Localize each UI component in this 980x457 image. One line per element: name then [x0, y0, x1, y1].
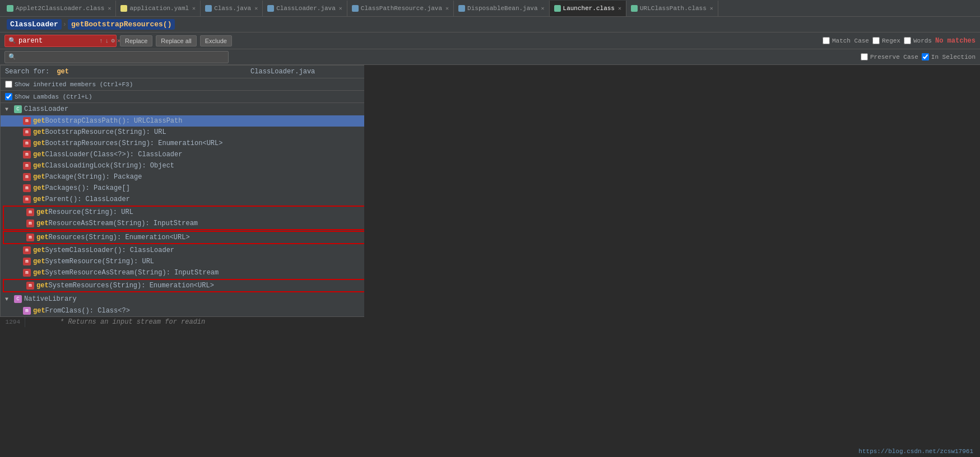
tab-close[interactable]: ✕	[108, 5, 111, 12]
method-icon-m: m	[26, 220, 34, 227]
search-for-value: get	[57, 68, 69, 76]
breadcrumb-class[interactable]: ClassLoader	[7, 19, 62, 30]
tree-method-getBootstrapResource[interactable]: m getBootstrapResource(String): URL	[1, 127, 364, 138]
preserve-case-option[interactable]: Preserve Case	[861, 53, 918, 60]
tab-launcher-class[interactable]: Launcher.class ✕	[550, 1, 626, 16]
url-bar: https://blog.csdn.net/zcsw17961	[858, 448, 973, 455]
words-option[interactable]: Words	[904, 37, 932, 44]
tree-expand-icon: ▼	[5, 296, 12, 302]
method-icon-m-pink: m	[23, 307, 31, 315]
popup-options2: Show Lambdas (Ctrl+L)	[1, 91, 364, 103]
tab-close[interactable]: ✕	[339, 5, 342, 12]
tree-method-getSystemResource[interactable]: m getSystemResource(String): URL	[1, 256, 364, 267]
tree-method-getResourceAsStream[interactable]: m getResourceAsStream(String): InputStre…	[4, 218, 364, 229]
autocomplete-popup: Search for: get ClassLoader.java Show An…	[0, 65, 364, 317]
popup-header: Search for: get ClassLoader.java Show An…	[1, 66, 364, 78]
method-icon-m: m	[26, 282, 34, 290]
search-icon: 🔍	[8, 37, 16, 44]
exclude-button[interactable]: Exclude	[200, 35, 232, 46]
tree-method-getPackages[interactable]: m getPackages(): Package[]	[1, 183, 364, 194]
tree-method-getResources[interactable]: m getResources(String): Enumeration<URL>	[4, 232, 364, 243]
tree-method-getClassLoadingLock[interactable]: m getClassLoadingLock(String): Object	[1, 160, 364, 171]
tab-close[interactable]: ✕	[192, 5, 196, 12]
tree-method-getSystemClassLoader[interactable]: m getSystemClassLoader(): ClassLoader	[1, 245, 364, 256]
replace-all-button[interactable]: Replace all	[156, 35, 196, 46]
tree-method-getResource[interactable]: m getResource(String): URL	[4, 207, 364, 218]
tree-class-nativelibrary[interactable]: ▼ C NativeLibrary	[1, 293, 364, 305]
search-settings-icon[interactable]: ⚙	[111, 37, 115, 44]
tab-close[interactable]: ✕	[541, 5, 545, 12]
table-row: 1294 * Returns an input stream for readi…	[0, 317, 364, 327]
method-icon-m: m	[23, 128, 31, 136]
tab-close[interactable]: ✕	[618, 5, 621, 12]
show-inherited-option[interactable]: Show inherited members (Ctrl+F3)	[5, 81, 133, 88]
search-find-container: 🔍 ↑ ↓ ⚙ ✕	[4, 35, 117, 47]
tab-icon	[352, 5, 359, 12]
tree-method-getFromClass[interactable]: m getFromClass(): Class<?>	[1, 305, 364, 316]
method-icon-m: m	[23, 184, 31, 192]
tree-method-getSystemResources[interactable]: m getSystemResources(String): Enumeratio…	[4, 280, 364, 291]
method-icon-m: m	[23, 139, 31, 147]
search-nav-up[interactable]: ↑	[99, 38, 103, 44]
no-matches-label: No matches	[935, 37, 976, 45]
red-border-group3: m getSystemResources(String): Enumeratio…	[3, 279, 364, 292]
popup-options: Show inherited members (Ctrl+F3) Show An…	[1, 78, 364, 91]
show-lambdas-option[interactable]: Show Lambdas (Ctrl+L)	[5, 93, 92, 100]
in-selection-option[interactable]: In Selection	[922, 53, 976, 60]
method-icon-m: m	[23, 162, 31, 170]
method-icon-m: m	[26, 208, 34, 216]
tree-expand-icon: ▼	[5, 106, 12, 113]
popup-file-label: ClassLoader.java	[250, 68, 315, 76]
tab-close[interactable]: ✕	[445, 5, 449, 12]
method-icon-m: m	[23, 151, 31, 158]
tab-classpathresource[interactable]: ClassPathResource.java ✕	[347, 1, 454, 16]
tab-close[interactable]: ✕	[254, 5, 258, 12]
tab-bar: Applet2ClassLoader.class ✕ application.y…	[0, 0, 980, 17]
tab-disposablebean[interactable]: DisposableBean.java ✕	[454, 1, 549, 16]
tab-icon	[120, 5, 127, 12]
tab-classloader-java[interactable]: ClassLoader.java ✕	[263, 1, 347, 16]
search-replace-container: 🔍	[4, 51, 229, 63]
tab-class-java[interactable]: Class.java ✕	[201, 1, 263, 16]
replace-button[interactable]: Replace	[120, 35, 152, 46]
tab-icon	[267, 5, 274, 12]
editor-right-panel	[364, 65, 980, 457]
tree-method-getBootstrapResources[interactable]: m getBootstrapResources(String): Enumera…	[1, 138, 364, 149]
tab-icon	[631, 5, 638, 12]
breadcrumb: ClassLoader › getBootstrapResources()	[0, 17, 980, 32]
tree-method-getParent[interactable]: m getParent(): ClassLoader	[1, 194, 364, 205]
search-for-label: Search for: get	[5, 68, 69, 76]
method-icon-m: m	[23, 258, 31, 265]
tab-icon	[458, 5, 465, 12]
search-bar-find: 🔍 ↑ ↓ ⚙ ✕ Replace Replace all Exclude Ma…	[0, 32, 980, 49]
tree-class-classloader[interactable]: ▼ C ClassLoader	[1, 103, 364, 115]
search-nav-down[interactable]: ↓	[105, 38, 109, 44]
red-border-group2: m getResources(String): Enumeration<URL>	[3, 231, 364, 244]
tab-application-yaml[interactable]: application.yaml ✕	[116, 1, 201, 16]
tab-icon	[205, 5, 212, 12]
tree-method-getSystemResourceAsStream[interactable]: m getSystemResourceAsStream(String): Inp…	[1, 267, 364, 278]
breadcrumb-method[interactable]: getBootstrapResources()	[68, 19, 175, 30]
tree-method-getClassLoader[interactable]: m getClassLoader(Class<?>): ClassLoader	[1, 149, 364, 160]
search-replace-input[interactable]	[18, 53, 225, 61]
tab-icon	[7, 5, 13, 12]
tab-urlclasspath[interactable]: URLClassPath.class ✕	[626, 1, 718, 16]
tab-icon	[554, 5, 561, 12]
match-case-option[interactable]: Match Case	[823, 37, 869, 44]
red-border-group1: m getResource(String): URL m getResource…	[3, 206, 364, 230]
method-icon-m: m	[23, 173, 31, 181]
method-icon-m: m	[23, 246, 31, 254]
tab-close[interactable]: ✕	[710, 5, 713, 12]
replace-search-icon: 🔍	[8, 53, 16, 60]
search-bar-replace: 🔍 Preserve Case In Selection	[0, 49, 980, 65]
method-icon-m: m	[23, 195, 31, 203]
inner-class-icon: C	[14, 295, 22, 303]
main-layout: 1265 return res != null ? res.getURL() 1…	[0, 65, 980, 457]
tab-applet2classloader[interactable]: Applet2ClassLoader.class ✕	[2, 1, 116, 16]
code-editor: 1265 return res != null ? res.getURL() 1…	[0, 65, 364, 457]
method-icon-m: m	[23, 269, 31, 277]
tree-method-getPackage[interactable]: m getPackage(String): Package	[1, 171, 364, 183]
regex-option[interactable]: Regex	[872, 37, 900, 44]
tree-method-getBootstrapClassPath[interactable]: m getBootstrapClassPath(): URLClassPath	[1, 115, 364, 127]
search-find-input[interactable]	[18, 37, 97, 45]
